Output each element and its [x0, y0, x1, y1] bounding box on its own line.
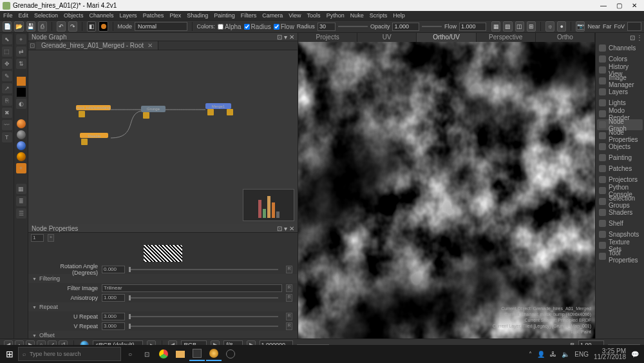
panel-close-icon[interactable]: ✕: [289, 34, 294, 41]
view2-icon[interactable]: ▨: [503, 21, 512, 32]
smudge-tool-icon[interactable]: 〰: [2, 120, 12, 130]
menu-selection[interactable]: Selection: [34, 12, 58, 19]
menu-tools[interactable]: Tools: [307, 12, 321, 19]
menu-file[interactable]: File: [3, 12, 13, 19]
rotation-slider[interactable]: [129, 269, 278, 270]
taskbar-search[interactable]: ⌕ Type here to search: [18, 347, 121, 361]
viewport-tab-orthouv[interactable]: Ortho/UV: [417, 33, 476, 42]
chrome-icon[interactable]: [156, 347, 171, 361]
material-add-icon[interactable]: +: [16, 163, 26, 173]
bg-color-swatch[interactable]: [17, 88, 26, 97]
urepeat-reset-icon[interactable]: R: [286, 313, 292, 320]
aniso-input[interactable]: [102, 294, 125, 302]
node-mask[interactable]: mask_bolts/screwdamge_grunge: [76, 105, 111, 110]
swap-colors-icon[interactable]: ◐: [16, 99, 26, 109]
flow-input[interactable]: [459, 23, 486, 31]
menu-edit[interactable]: Edit: [19, 12, 29, 19]
node-grunge-port[interactable]: [143, 112, 149, 119]
repeat-section[interactable]: Repeat: [28, 302, 298, 311]
palette-item-shaders[interactable]: Shaders: [597, 207, 643, 218]
start-button[interactable]: ⊞: [3, 347, 17, 361]
flow-checkbox[interactable]: [274, 24, 279, 30]
menu-filters[interactable]: Filters: [241, 12, 257, 19]
urepeat-input[interactable]: [102, 313, 125, 320]
opacity-slider[interactable]: [422, 26, 442, 27]
palette-item-patches[interactable]: Patches: [597, 163, 643, 174]
menu-ptex[interactable]: Ptex: [169, 12, 181, 19]
tray-lang[interactable]: ENG: [574, 351, 589, 358]
vrepeat-slider[interactable]: [129, 326, 278, 327]
shade-icon[interactable]: ●: [557, 21, 566, 32]
saveall-icon[interactable]: ⎙: [38, 21, 47, 32]
menu-patches[interactable]: Patches: [143, 12, 164, 19]
tray-net-icon[interactable]: 🖧: [550, 351, 556, 358]
close-button[interactable]: ✕: [631, 2, 638, 9]
radius-input[interactable]: [317, 23, 336, 31]
panel-pin-icon[interactable]: ⊡: [277, 225, 282, 232]
material-preview-1[interactable]: [17, 119, 26, 128]
alpha-checkbox[interactable]: [218, 24, 223, 30]
maximize-button[interactable]: ▢: [616, 2, 622, 9]
panel-opt-icon[interactable]: ▾: [284, 225, 287, 232]
panel-pin-icon[interactable]: ⊡: [277, 34, 282, 41]
undo-icon[interactable]: ↶: [57, 21, 66, 32]
material-preview-4[interactable]: [17, 152, 26, 161]
material-preview-3[interactable]: [17, 141, 26, 150]
stack-icon[interactable]: ☰: [16, 208, 26, 219]
select-tool-icon[interactable]: ⬉: [2, 34, 12, 44]
view1-icon[interactable]: ▦: [491, 21, 500, 32]
fg-color-swatch[interactable]: [17, 77, 26, 86]
mirror-icon[interactable]: ⇅: [16, 59, 26, 69]
fov-select[interactable]: [627, 22, 641, 31]
palette-item-node-properties[interactable]: Node Properties: [597, 130, 643, 141]
menu-nuke[interactable]: Nuke: [350, 12, 364, 19]
node-grunge[interactable]: Grunge: [141, 106, 166, 112]
palette-item-channels[interactable]: Channels: [597, 43, 643, 54]
mode-select[interactable]: Normal: [135, 22, 187, 31]
grid-icon[interactable]: ▦: [16, 184, 26, 194]
panel-opt-icon[interactable]: ▾: [284, 34, 287, 41]
aniso-slider[interactable]: [129, 297, 278, 299]
marquee-tool-icon[interactable]: ⬚: [2, 46, 12, 57]
vrepeat-reset-icon[interactable]: R: [286, 322, 292, 330]
clone-tool-icon[interactable]: ⎘: [2, 95, 12, 106]
new-icon[interactable]: 📄: [3, 21, 12, 32]
radius-slider[interactable]: [338, 26, 368, 27]
offset-section[interactable]: Offset: [28, 331, 298, 338]
explorer-icon[interactable]: [173, 347, 188, 361]
aniso-reset-icon[interactable]: R: [286, 294, 292, 302]
view3-icon[interactable]: ◫: [515, 21, 524, 32]
vector-tool-icon[interactable]: ↗: [2, 83, 12, 93]
tray-up-icon[interactable]: ˄: [529, 351, 532, 358]
node-graph-canvas[interactable]: mask_bolts/screwdamge_grunge Grunge Tile…: [28, 50, 298, 224]
filterimg-reset-icon[interactable]: R: [286, 284, 292, 292]
rotation-input[interactable]: [102, 266, 125, 273]
view4-icon[interactable]: ⊞: [527, 21, 536, 32]
node-tileable-port[interactable]: [81, 139, 88, 145]
app1-icon[interactable]: [189, 347, 205, 361]
node-graph-navigator[interactable]: [243, 189, 294, 221]
save-icon[interactable]: 💾: [26, 21, 35, 32]
viewport-tab-ortho[interactable]: Ortho: [536, 33, 595, 42]
node-merge-port[interactable]: [207, 109, 214, 115]
layers-icon[interactable]: ≣: [16, 196, 26, 206]
rotation-reset-icon[interactable]: R: [286, 266, 292, 273]
material-preview-2[interactable]: [17, 130, 26, 139]
menu-objects[interactable]: Objects: [64, 12, 84, 19]
vrepeat-input[interactable]: [102, 322, 125, 330]
minimize-button[interactable]: —: [600, 2, 607, 9]
taskview-icon[interactable]: ⊡: [139, 347, 155, 361]
viewport-tab-projects[interactable]: Projects: [298, 33, 357, 42]
palette-item-layers[interactable]: Layers: [597, 86, 643, 97]
node-merge[interactable]: Merge1: [205, 103, 231, 109]
palette-item-objects[interactable]: Objects: [597, 141, 643, 152]
urepeat-slider[interactable]: [129, 316, 278, 317]
palette-pin-icon[interactable]: ⊡: [630, 34, 635, 42]
menu-camera[interactable]: Camera: [262, 12, 283, 19]
node-merge-outport[interactable]: [227, 109, 233, 115]
viewport-tab-perspective[interactable]: Perspective: [477, 33, 536, 42]
record-icon[interactable]: [99, 21, 108, 32]
flip-icon[interactable]: ⇄: [16, 46, 26, 57]
props-count-input[interactable]: [31, 234, 44, 242]
palette-item-image-manager[interactable]: Image Manager: [597, 75, 643, 86]
